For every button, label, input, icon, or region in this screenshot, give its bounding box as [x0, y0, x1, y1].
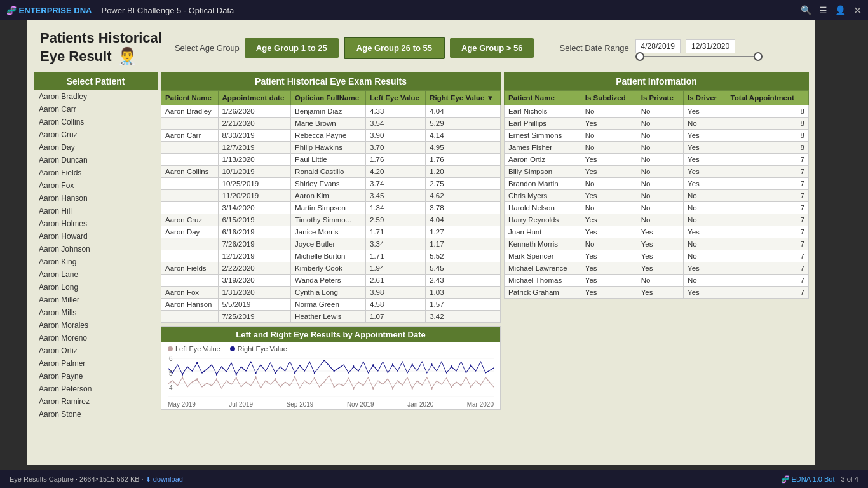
age-group-2-button[interactable]: Age Group 26 to 55 [344, 37, 445, 59]
page-indicator: 3 of 4 [841, 475, 858, 483]
exam-row[interactable]: Aaron Day6/16/2019Janice Morris1.711.27 [161, 226, 501, 238]
exam-cell-patient [161, 311, 219, 323]
patient-list-item[interactable]: Aaron Miller [34, 294, 158, 306]
exam-cell-patient: Aaron Day [161, 226, 219, 238]
patient-info-table: Patient Name Is Subdized Is Private Is D… [504, 90, 809, 299]
info-row[interactable]: Kenneth MorrisNoYesNo7 [505, 238, 809, 250]
info-cell-subsidized: Yes [581, 118, 637, 130]
patient-list-item[interactable]: Aaron Lane [34, 268, 158, 281]
info-cell-driver: No [684, 214, 726, 226]
exam-row[interactable]: 10/25/2019Shirley Evans3.742.75 [161, 178, 501, 190]
info-cell-driver: No [684, 118, 726, 130]
slider-right-thumb[interactable] [754, 52, 763, 61]
download-link[interactable]: ⬇ download [146, 475, 183, 483]
patient-list-item[interactable]: Aaron Day [34, 141, 158, 154]
svg-point-27 [275, 372, 276, 374]
slider-left-thumb[interactable] [635, 52, 644, 61]
date-start[interactable]: 4/28/2019 [635, 39, 681, 53]
exam-row[interactable]: Aaron Bradley1/26/2020Benjamin Diaz4.334… [161, 105, 501, 118]
info-row[interactable]: Harold NelsonNoNoNo7 [505, 202, 809, 214]
patient-list-item[interactable]: Aaron Howard [34, 230, 158, 243]
patient-list-item[interactable]: Aaron Fields [34, 166, 158, 179]
patient-list-item[interactable]: Aaron King [34, 255, 158, 268]
info-row[interactable]: Harry ReynoldsYesNoNo7 [505, 214, 809, 226]
patient-list-item[interactable]: Aaron Duncan [34, 154, 158, 166]
exam-cell-optician: Marie Brown [291, 118, 366, 130]
patient-list-item[interactable]: Aaron Ortiz [34, 344, 158, 357]
patient-list-item[interactable]: Aaron Peterson [34, 383, 158, 395]
patient-list-item[interactable]: Aaron Mills [34, 306, 158, 319]
info-row[interactable]: Aaron OrtizYesNoYes7 [505, 154, 809, 166]
patient-list-item[interactable]: Aaron Holmes [34, 217, 158, 230]
patient-list-item[interactable]: Aaron Hill [34, 205, 158, 217]
info-row[interactable]: Mark SpencerYesYesNo7 [505, 250, 809, 262]
info-row[interactable]: Billy SimpsonYesNoYes7 [505, 166, 809, 178]
exam-row[interactable]: 3/14/2020Martin Simpson1.343.78 [161, 202, 501, 214]
exam-results-table-wrapper[interactable]: Patient Name Appointment date Optician F… [161, 90, 501, 323]
left-eye-legend-dot [168, 346, 173, 351]
info-row[interactable]: Michael LawrenceYesYesYes7 [505, 262, 809, 274]
info-row[interactable]: Juan HuntYesYesYes7 [505, 226, 809, 238]
patient-list-item[interactable]: Aaron Payne [34, 370, 158, 383]
user-icon[interactable]: 👤 [835, 5, 846, 15]
info-row[interactable]: James FisherNoNoYes8 [505, 142, 809, 154]
info-cell-private: No [637, 178, 683, 190]
patient-list-body: Aaron BradleyAaron CarrAaron CollinsAaro… [34, 90, 158, 421]
info-cell-private: Yes [637, 262, 683, 274]
patient-list-item[interactable]: Aaron Ramirez [34, 395, 158, 408]
exam-row[interactable]: 7/26/2019Joyce Butler3.341.17 [161, 238, 501, 250]
menu-icon[interactable]: ☰ [819, 5, 827, 15]
patient-list-item[interactable]: Aaron Long [34, 281, 158, 294]
patient-list-item[interactable]: Aaron Moreno [34, 332, 158, 344]
search-icon[interactable]: 🔍 [801, 5, 811, 15]
info-row[interactable]: Michael ThomasYesNoNo7 [505, 274, 809, 287]
exam-row[interactable]: 2/21/2020Marie Brown3.545.29 [161, 118, 501, 130]
age-group-1-button[interactable]: Age Group 1 to 25 [245, 38, 339, 58]
patient-list-item[interactable]: Aaron Hanson [34, 192, 158, 205]
exam-cell-patient [161, 154, 219, 166]
close-button[interactable]: ✕ [853, 4, 862, 17]
exam-row[interactable]: 7/25/2019Heather Lewis1.073.42 [161, 311, 501, 323]
info-cell-private: No [637, 214, 683, 226]
patient-list-item[interactable]: Aaron Cruz [34, 128, 158, 141]
svg-point-11 [294, 376, 295, 378]
patient-info-table-wrapper[interactable]: Patient Name Is Subdized Is Private Is D… [504, 90, 809, 299]
patient-list-item[interactable]: Aaron Fox [34, 179, 158, 192]
patient-list-item[interactable]: Aaron Stone [34, 408, 158, 421]
x-label-sep: Sep 2019 [287, 401, 314, 408]
exam-row[interactable]: 12/7/2019Philip Hawkins3.704.95 [161, 142, 501, 154]
info-cell-name: Harry Reynolds [505, 214, 581, 226]
exam-row[interactable]: 11/20/2019Aaron Kim3.454.62 [161, 190, 501, 202]
patient-list-item[interactable]: Aaron Morales [34, 319, 158, 332]
info-row[interactable]: Brandon MartinNoNoYes7 [505, 178, 809, 190]
patient-list-item[interactable]: Aaron Johnson [34, 243, 158, 255]
info-row[interactable]: Earl PhillipsYesNoNo8 [505, 118, 809, 130]
patient-list-item[interactable]: Aaron Palmer [34, 357, 158, 370]
exam-row[interactable]: 3/19/2020Wanda Peters2.612.43 [161, 274, 501, 287]
patient-list-item[interactable]: Aaron Collins [34, 116, 158, 128]
info-row[interactable]: Patrick GrahamYesYesYes7 [505, 287, 809, 299]
exam-cell-optician: Martin Simpson [291, 202, 366, 214]
doctor-icon: 👨‍⚕️ [117, 46, 137, 66]
date-end[interactable]: 12/31/2020 [686, 39, 735, 53]
exam-cell-optician: Ronald Castillo [291, 166, 366, 178]
col-appt-date: Appointment date [218, 91, 291, 105]
exam-cell-right: 1.20 [426, 166, 501, 178]
exam-row[interactable]: Aaron Fox1/31/2020Cynthia Long3.981.03 [161, 287, 501, 299]
exam-row[interactable]: Aaron Cruz6/15/2019Timothy Simmo...2.594… [161, 214, 501, 226]
exam-row[interactable]: Aaron Collins10/1/2019Ronald Castillo4.2… [161, 166, 501, 178]
exam-row[interactable]: Aaron Fields2/22/2020Kimberly Cook1.945.… [161, 262, 501, 274]
exam-row[interactable]: 12/1/2019Michelle Burton1.715.52 [161, 250, 501, 262]
info-row[interactable]: Earl NicholsNoNoYes8 [505, 105, 809, 118]
patient-list-item[interactable]: Aaron Carr [34, 103, 158, 116]
exam-results-header: Patient Historical Eye Exam Results [161, 72, 501, 90]
exam-row[interactable]: 1/13/2020Paul Little1.761.76 [161, 154, 501, 166]
chart-section: Left and Right Eye Results by Appointmen… [161, 326, 501, 410]
info-row[interactable]: Ernest SimmonsNoNoYes8 [505, 130, 809, 142]
age-group-3-button[interactable]: Age Group > 56 [450, 38, 534, 58]
exam-row[interactable]: Aaron Hanson5/5/2019Norma Green4.581.57 [161, 299, 501, 311]
patient-list-item[interactable]: Aaron Bradley [34, 90, 158, 103]
exam-row[interactable]: Aaron Carr8/30/2019Rebecca Payne3.904.14 [161, 130, 501, 142]
info-row[interactable]: Chris MyersYesNoNo7 [505, 190, 809, 202]
date-slider[interactable] [635, 56, 763, 57]
